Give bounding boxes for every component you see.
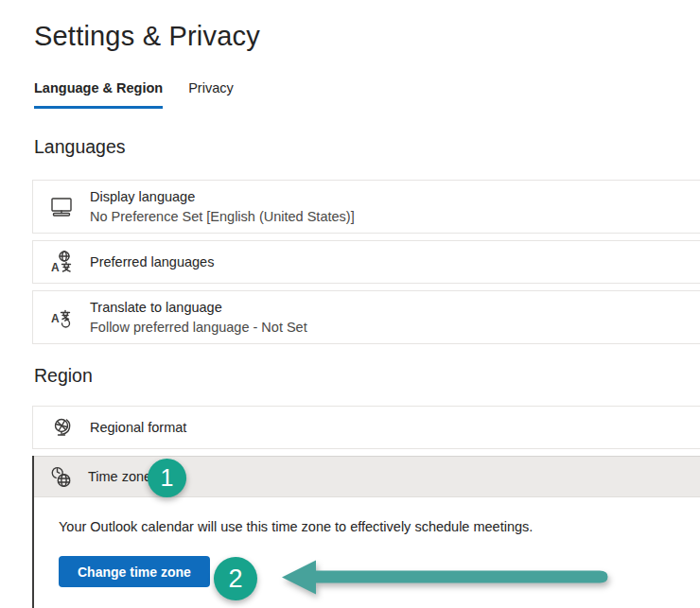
tab-bar: Language & Region Privacy (34, 80, 700, 109)
row-title: Translate to language (90, 299, 307, 316)
row-title: Preferred languages (90, 253, 214, 270)
tab-language-region[interactable]: Language & Region (34, 80, 163, 109)
page-title: Settings & Privacy (34, 21, 700, 52)
languages-rows: Display language No Preference Set [Engl… (32, 180, 700, 344)
tab-privacy[interactable]: Privacy (188, 80, 234, 109)
svg-text:A: A (51, 312, 60, 325)
row-text: Translate to language Follow preferred l… (90, 299, 307, 336)
clock-globe-icon (46, 462, 75, 491)
row-text: Display language No Preference Set [Engl… (90, 188, 355, 225)
svg-text:A: A (51, 261, 60, 274)
translate-icon: A (47, 304, 76, 332)
row-regional-format[interactable]: Regional format (32, 406, 700, 449)
row-text: Regional format (90, 419, 186, 436)
step-2-badge: 2 (214, 557, 257, 600)
row-display-language[interactable]: Display language No Preference Set [Engl… (32, 180, 700, 234)
change-time-zone-button[interactable]: Change time zone (59, 556, 210, 587)
row-text: Preferred languages (90, 253, 214, 270)
languages-heading: Languages (34, 136, 700, 158)
row-subtitle: No Preference Set [English (United State… (90, 208, 355, 225)
row-title: Time zone (88, 468, 151, 485)
row-translate-to-language[interactable]: A Translate to language Follow preferred… (32, 290, 700, 344)
row-subtitle: Follow preferred language - Not Set (90, 319, 307, 336)
left-arrow-annotation (274, 556, 611, 601)
region-rows: Regional format (32, 406, 700, 449)
time-zone-description: Your Outlook calendar will use this time… (59, 517, 681, 536)
row-time-zone[interactable]: Time zone (34, 456, 700, 497)
settings-privacy-page: Settings & Privacy Language & Region Pri… (0, 0, 700, 608)
row-preferred-languages[interactable]: A Preferred languages (32, 240, 700, 284)
display-icon (47, 193, 76, 221)
step-1-badge: 1 (148, 459, 186, 497)
row-title: Regional format (90, 419, 186, 436)
row-title: Display language (90, 188, 355, 205)
desk-globe-icon (47, 413, 76, 442)
region-heading: Region (34, 365, 700, 387)
globe-language-icon: A (47, 248, 76, 276)
